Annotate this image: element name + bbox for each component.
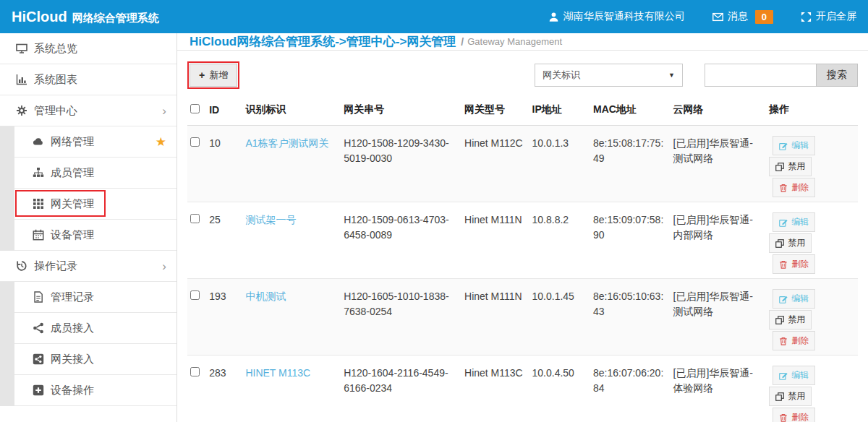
edit-button[interactable]: 编辑 (773, 366, 815, 385)
cell-cloud: [已启用]华辰智通-测试网络 (671, 126, 767, 202)
company-name: 湖南华辰智通科技有限公司 (563, 10, 685, 23)
sidebar-item-member-access[interactable]: 成员接入 (14, 313, 176, 344)
cell-ip: 10.0.1.45 (529, 279, 590, 356)
messages-count-badge: 0 (755, 10, 773, 24)
search-group: 搜索 (705, 64, 858, 87)
delete-button-label: 删除 (791, 411, 809, 422)
star-icon: ★ (156, 136, 166, 148)
clone-icon (775, 316, 784, 324)
cloud-icon (33, 136, 44, 147)
sidebar-item-label: 管理记录 (51, 290, 94, 304)
trash-icon (779, 337, 788, 345)
delete-button[interactable]: 删除 (773, 331, 815, 350)
sidebar-item-label: 操作记录 (34, 259, 77, 273)
sidebar-item-label: 网关管理 (51, 197, 94, 211)
row-checkbox[interactable] (190, 214, 200, 223)
row-checkbox[interactable] (190, 367, 200, 376)
bar-chart-icon (16, 74, 27, 85)
user-icon (548, 12, 559, 22)
sidebar-item-label: 成员管理 (51, 166, 94, 180)
filter-field-select[interactable]: 网关标识 ▼ (535, 64, 683, 87)
file-icon (33, 291, 44, 303)
gateway-name-link[interactable]: A1栋客户测试网关 (245, 137, 328, 149)
trash-icon (779, 413, 788, 422)
disable-button-label: 禁用 (788, 314, 805, 326)
cell-serial: H120-1508-1209-3430-5019-0030 (341, 126, 461, 202)
sidebar-item-gateway-access[interactable]: 网关接入 (14, 344, 176, 375)
sidebar-item-network-management[interactable]: 网络管理 ★ (14, 126, 176, 158)
clone-icon (775, 163, 784, 171)
gateway-name-link[interactable]: HINET M113C (245, 367, 310, 379)
cell-cloud: [已启用]华辰智通-测试网络 (671, 279, 767, 356)
edit-icon (779, 371, 788, 380)
sidebar-item-member-management[interactable]: 成员管理 (14, 158, 176, 189)
disable-button[interactable]: 禁用 (769, 233, 812, 253)
breadcrumb: HiCloud网络综合管理系统->管理中心->网关管理 (190, 33, 456, 50)
gears-icon (16, 105, 27, 116)
disable-button-label: 禁用 (788, 390, 805, 402)
delete-button[interactable]: 删除 (773, 408, 815, 422)
edit-button[interactable]: 编辑 (773, 212, 815, 232)
search-button[interactable]: 搜索 (816, 64, 858, 87)
disable-button[interactable]: 禁用 (769, 310, 812, 330)
select-all-checkbox[interactable] (190, 104, 200, 113)
gateway-name-link[interactable]: 测试架一号 (245, 214, 296, 225)
delete-button-label: 删除 (791, 335, 809, 347)
sidebar-item-gateway-management[interactable]: 网关管理 (14, 189, 176, 220)
delete-button-label: 删除 (791, 258, 809, 270)
sidebar-item-label: 系统总览 (34, 42, 77, 56)
disable-button[interactable]: 禁用 (769, 387, 812, 406)
calendar-icon (33, 229, 44, 241)
sidebar-item-label: 成员接入 (51, 322, 94, 335)
sidebar-item-label: 网络管理 (51, 135, 94, 149)
delete-button[interactable]: 删除 (773, 178, 815, 197)
share-square-icon (33, 353, 44, 365)
delete-button[interactable]: 删除 (773, 254, 815, 274)
sidebar-item-management-center[interactable]: 管理中心 › (0, 95, 176, 126)
cell-ip: 10.0.1.3 (529, 126, 590, 202)
sidebar-item-device-management[interactable]: 设备管理 (14, 220, 176, 251)
col-header-model: 网关型号 (461, 99, 529, 126)
sidebar-item-operation-records[interactable]: 操作记录 › (0, 251, 176, 282)
gateway-name-link[interactable]: 中机测试 (245, 290, 286, 302)
table-row: 193 中机测试 H120-1605-1010-1838-7638-0254 H… (187, 279, 858, 356)
trash-icon (779, 184, 788, 192)
sidebar-item-label: 管理中心 (34, 104, 77, 118)
table-row: 283 HINET M113C H120-1604-2116-4549-6166… (187, 356, 858, 422)
cell-ip: 10.8.8.2 (529, 202, 590, 279)
sidebar-item-system-overview[interactable]: 系统总览 (0, 33, 176, 64)
management-center-submenu: 网络管理 ★ 成员管理 网关管理 设备管理 (0, 126, 176, 251)
sidebar-item-device-operation[interactable]: 设备操作 (14, 375, 176, 406)
fullscreen-toggle[interactable]: 开启全屏 (801, 10, 856, 23)
cell-mac: 8e:15:09:07:58:90 (590, 202, 671, 279)
clone-icon (775, 392, 784, 401)
sidebar-item-label: 设备管理 (51, 228, 94, 242)
row-checkbox[interactable] (190, 290, 200, 300)
row-checkbox[interactable] (190, 137, 200, 147)
disable-button[interactable]: 禁用 (769, 157, 812, 176)
sidebar-item-management-records[interactable]: 管理记录 (14, 282, 176, 313)
main-content: HiCloud网络综合管理系统->管理中心->网关管理 / Gateway Ma… (177, 33, 868, 422)
monitor-icon (16, 43, 27, 54)
col-header-mac: MAC地址 (590, 99, 671, 126)
col-header-serial: 网关串号 (341, 99, 461, 126)
col-header-actions: 操作 (766, 99, 858, 126)
delete-button-label: 删除 (791, 181, 809, 194)
table-header-row: ID 识别标识 网关串号 网关型号 IP地址 MAC地址 云网络 操作 (187, 99, 858, 126)
sidebar-item-system-charts[interactable]: 系统图表 (0, 64, 176, 95)
expand-icon (801, 12, 812, 22)
grid-icon (33, 198, 44, 210)
cell-mac: 8e:16:07:06:20:84 (590, 356, 671, 422)
messages-menu[interactable]: 消息 0 (712, 10, 773, 24)
brand-name: HiCloud (12, 9, 67, 25)
edit-button[interactable]: 编辑 (773, 289, 815, 309)
search-input[interactable] (705, 64, 816, 87)
share-icon (33, 322, 44, 334)
edit-icon (779, 142, 788, 150)
company-menu[interactable]: 湖南华辰智通科技有限公司 (548, 10, 685, 23)
add-button[interactable]: + 新增 (190, 64, 237, 87)
caret-down-icon: ▼ (668, 72, 675, 79)
chevron-right-icon: › (162, 105, 166, 117)
edit-button[interactable]: 编辑 (773, 136, 815, 155)
sidebar-item-label: 设备操作 (51, 384, 94, 397)
